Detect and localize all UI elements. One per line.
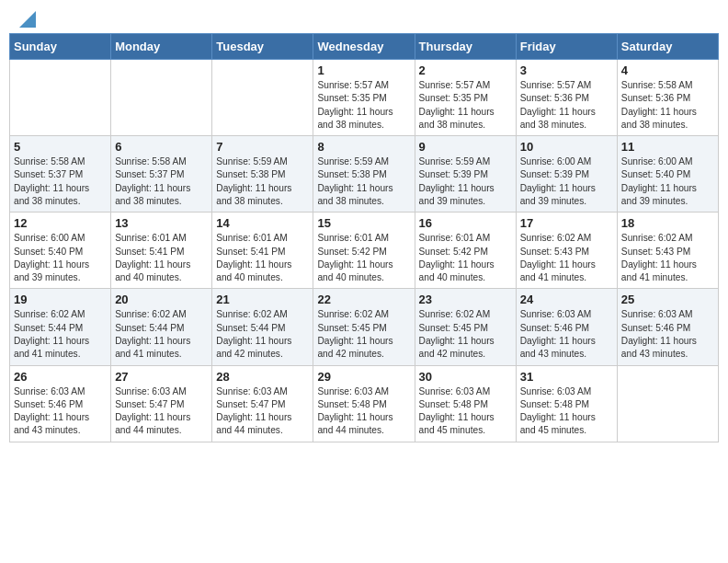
weekday-header: Friday xyxy=(516,34,617,60)
day-number: 14 xyxy=(216,216,309,230)
calendar-table: SundayMondayTuesdayWednesdayThursdayFrid… xyxy=(9,33,719,442)
day-info: Sunrise: 6:00 AM Sunset: 5:39 PM Dayligh… xyxy=(520,155,613,208)
calendar-week-row: 19Sunrise: 6:02 AM Sunset: 5:44 PM Dayli… xyxy=(10,289,719,365)
day-number: 21 xyxy=(216,293,309,306)
calendar-day-cell: 24Sunrise: 6:03 AM Sunset: 5:46 PM Dayli… xyxy=(516,289,617,365)
calendar-day-cell: 6Sunrise: 5:58 AM Sunset: 5:37 PM Daylig… xyxy=(111,136,212,213)
calendar-day-cell: 11Sunrise: 6:00 AM Sunset: 5:40 PM Dayli… xyxy=(617,136,718,213)
day-info: Sunrise: 6:02 AM Sunset: 5:45 PM Dayligh… xyxy=(419,308,512,361)
day-number: 24 xyxy=(520,293,613,306)
day-number: 22 xyxy=(317,293,410,306)
weekday-header: Sunday xyxy=(10,34,111,60)
day-info: Sunrise: 6:03 AM Sunset: 5:46 PM Dayligh… xyxy=(621,308,714,361)
day-info: Sunrise: 5:58 AM Sunset: 5:37 PM Dayligh… xyxy=(14,155,107,208)
weekday-header: Wednesday xyxy=(313,34,415,60)
day-number: 3 xyxy=(520,63,613,77)
calendar-day-cell: 25Sunrise: 6:03 AM Sunset: 5:46 PM Dayli… xyxy=(617,289,718,365)
calendar-week-row: 1Sunrise: 5:57 AM Sunset: 5:35 PM Daylig… xyxy=(10,60,719,136)
calendar-day-cell xyxy=(111,60,212,136)
svg-marker-0 xyxy=(19,11,36,28)
calendar-day-cell: 20Sunrise: 6:02 AM Sunset: 5:44 PM Dayli… xyxy=(111,289,212,365)
day-number: 5 xyxy=(14,140,107,154)
day-info: Sunrise: 5:58 AM Sunset: 5:37 PM Dayligh… xyxy=(115,155,208,208)
day-number: 11 xyxy=(621,140,714,154)
day-info: Sunrise: 6:02 AM Sunset: 5:44 PM Dayligh… xyxy=(115,308,208,361)
day-number: 9 xyxy=(419,140,512,154)
day-number: 29 xyxy=(317,370,410,384)
day-number: 25 xyxy=(621,293,714,306)
calendar-week-row: 26Sunrise: 6:03 AM Sunset: 5:46 PM Dayli… xyxy=(10,365,719,442)
calendar-day-cell: 8Sunrise: 5:59 AM Sunset: 5:38 PM Daylig… xyxy=(313,136,415,213)
day-info: Sunrise: 6:03 AM Sunset: 5:47 PM Dayligh… xyxy=(216,385,309,438)
weekday-header: Saturday xyxy=(617,34,718,60)
day-info: Sunrise: 6:00 AM Sunset: 5:40 PM Dayligh… xyxy=(621,155,714,208)
day-info: Sunrise: 6:02 AM Sunset: 5:44 PM Dayligh… xyxy=(14,308,107,361)
calendar-day-cell: 12Sunrise: 6:00 AM Sunset: 5:40 PM Dayli… xyxy=(10,213,111,289)
day-number: 28 xyxy=(216,370,309,384)
calendar-day-cell: 27Sunrise: 6:03 AM Sunset: 5:47 PM Dayli… xyxy=(111,365,212,442)
day-number: 18 xyxy=(621,216,714,230)
day-number: 10 xyxy=(520,140,613,154)
calendar-day-cell xyxy=(10,60,111,136)
calendar-day-cell: 2Sunrise: 5:57 AM Sunset: 5:35 PM Daylig… xyxy=(415,60,516,136)
day-number: 16 xyxy=(419,216,512,230)
day-number: 2 xyxy=(419,63,512,77)
calendar-day-cell: 29Sunrise: 6:03 AM Sunset: 5:48 PM Dayli… xyxy=(313,365,415,442)
weekday-header: Tuesday xyxy=(212,34,313,60)
calendar-day-cell: 3Sunrise: 5:57 AM Sunset: 5:36 PM Daylig… xyxy=(516,60,617,136)
day-number: 15 xyxy=(317,216,410,230)
calendar-week-row: 5Sunrise: 5:58 AM Sunset: 5:37 PM Daylig… xyxy=(10,136,719,213)
day-number: 1 xyxy=(317,63,410,77)
day-info: Sunrise: 6:02 AM Sunset: 5:43 PM Dayligh… xyxy=(621,232,714,284)
calendar-day-cell: 14Sunrise: 6:01 AM Sunset: 5:41 PM Dayli… xyxy=(212,213,313,289)
calendar-day-cell: 22Sunrise: 6:02 AM Sunset: 5:45 PM Dayli… xyxy=(313,289,415,365)
calendar-day-cell: 21Sunrise: 6:02 AM Sunset: 5:44 PM Dayli… xyxy=(212,289,313,365)
calendar-header-row: SundayMondayTuesdayWednesdayThursdayFrid… xyxy=(10,34,719,60)
calendar-day-cell: 7Sunrise: 5:59 AM Sunset: 5:38 PM Daylig… xyxy=(212,136,313,213)
day-number: 31 xyxy=(520,370,613,384)
day-number: 27 xyxy=(115,370,208,384)
day-number: 12 xyxy=(14,216,107,230)
calendar-week-row: 12Sunrise: 6:00 AM Sunset: 5:40 PM Dayli… xyxy=(10,213,719,289)
day-info: Sunrise: 6:03 AM Sunset: 5:47 PM Dayligh… xyxy=(115,385,208,438)
day-number: 7 xyxy=(216,140,309,154)
calendar-day-cell: 26Sunrise: 6:03 AM Sunset: 5:46 PM Dayli… xyxy=(10,365,111,442)
day-info: Sunrise: 6:03 AM Sunset: 5:48 PM Dayligh… xyxy=(520,385,613,438)
calendar-day-cell: 23Sunrise: 6:02 AM Sunset: 5:45 PM Dayli… xyxy=(415,289,516,365)
day-info: Sunrise: 6:03 AM Sunset: 5:46 PM Dayligh… xyxy=(14,385,107,438)
day-number: 30 xyxy=(419,370,512,384)
day-info: Sunrise: 6:00 AM Sunset: 5:40 PM Dayligh… xyxy=(14,232,107,284)
calendar-day-cell: 4Sunrise: 5:58 AM Sunset: 5:36 PM Daylig… xyxy=(617,60,718,136)
logo xyxy=(18,17,36,24)
day-info: Sunrise: 6:02 AM Sunset: 5:43 PM Dayligh… xyxy=(520,232,613,284)
calendar-day-cell xyxy=(617,365,718,442)
day-info: Sunrise: 6:01 AM Sunset: 5:41 PM Dayligh… xyxy=(216,232,309,284)
calendar-day-cell: 18Sunrise: 6:02 AM Sunset: 5:43 PM Dayli… xyxy=(617,213,718,289)
calendar-day-cell: 31Sunrise: 6:03 AM Sunset: 5:48 PM Dayli… xyxy=(516,365,617,442)
day-info: Sunrise: 6:03 AM Sunset: 5:46 PM Dayligh… xyxy=(520,308,613,361)
day-info: Sunrise: 5:59 AM Sunset: 5:39 PM Dayligh… xyxy=(419,155,512,208)
calendar-day-cell: 9Sunrise: 5:59 AM Sunset: 5:39 PM Daylig… xyxy=(415,136,516,213)
day-number: 8 xyxy=(317,140,410,154)
calendar-day-cell: 28Sunrise: 6:03 AM Sunset: 5:47 PM Dayli… xyxy=(212,365,313,442)
day-number: 19 xyxy=(14,293,107,306)
calendar-day-cell: 16Sunrise: 6:01 AM Sunset: 5:42 PM Dayli… xyxy=(415,213,516,289)
calendar-day-cell: 1Sunrise: 5:57 AM Sunset: 5:35 PM Daylig… xyxy=(313,60,415,136)
day-number: 4 xyxy=(621,63,714,77)
calendar-day-cell: 10Sunrise: 6:00 AM Sunset: 5:39 PM Dayli… xyxy=(516,136,617,213)
day-info: Sunrise: 5:57 AM Sunset: 5:35 PM Dayligh… xyxy=(317,79,410,132)
calendar-day-cell: 30Sunrise: 6:03 AM Sunset: 5:48 PM Dayli… xyxy=(415,365,516,442)
logo-icon xyxy=(19,11,36,28)
day-info: Sunrise: 5:58 AM Sunset: 5:36 PM Dayligh… xyxy=(621,79,714,132)
calendar-day-cell: 17Sunrise: 6:02 AM Sunset: 5:43 PM Dayli… xyxy=(516,213,617,289)
weekday-header: Monday xyxy=(111,34,212,60)
day-info: Sunrise: 5:57 AM Sunset: 5:35 PM Dayligh… xyxy=(419,79,512,132)
day-info: Sunrise: 5:59 AM Sunset: 5:38 PM Dayligh… xyxy=(317,155,410,208)
day-info: Sunrise: 6:03 AM Sunset: 5:48 PM Dayligh… xyxy=(419,385,512,438)
day-number: 23 xyxy=(419,293,512,306)
calendar-day-cell xyxy=(212,60,313,136)
day-info: Sunrise: 5:59 AM Sunset: 5:38 PM Dayligh… xyxy=(216,155,309,208)
day-info: Sunrise: 6:03 AM Sunset: 5:48 PM Dayligh… xyxy=(317,385,410,438)
calendar-day-cell: 5Sunrise: 5:58 AM Sunset: 5:37 PM Daylig… xyxy=(10,136,111,213)
calendar-day-cell: 13Sunrise: 6:01 AM Sunset: 5:41 PM Dayli… xyxy=(111,213,212,289)
